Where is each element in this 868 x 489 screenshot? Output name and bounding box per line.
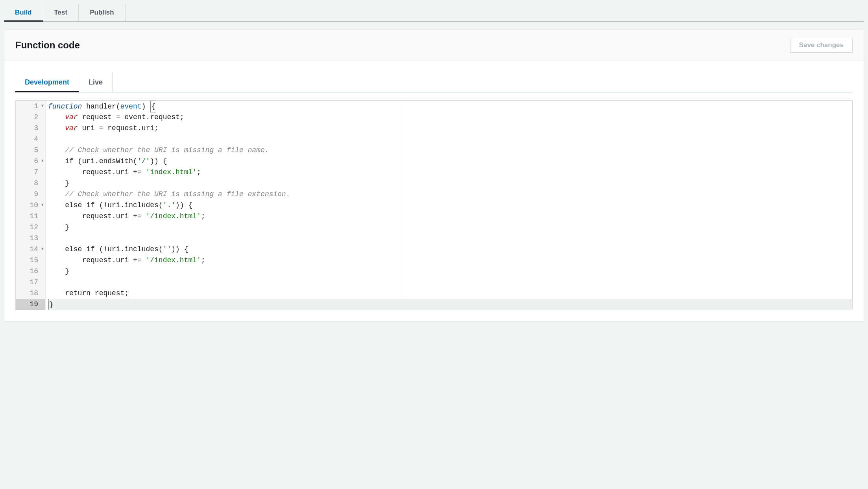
code-line-18[interactable]: return request; <box>48 288 852 299</box>
code-line-13[interactable] <box>48 233 852 244</box>
code-line-17[interactable] <box>48 277 852 288</box>
gutter-line-16: 16 <box>16 266 45 277</box>
code-line-1[interactable]: function handler(event) { <box>48 101 852 112</box>
editor-code-area[interactable]: function handler(event) { var request = … <box>46 101 852 310</box>
gutter-line-14: 14▼ <box>16 244 45 255</box>
gutter-line-10: 10▼ <box>16 200 45 211</box>
tab-build[interactable]: Build <box>4 4 43 21</box>
panel-header: Function code Save changes <box>4 30 864 61</box>
code-line-9[interactable]: // Check whether the URI is missing a fi… <box>48 189 852 200</box>
code-line-3[interactable]: var uri = request.uri; <box>48 123 852 134</box>
code-line-10[interactable]: else if (!uri.includes('.')) { <box>48 200 852 211</box>
gutter-line-12: 12 <box>16 222 45 233</box>
code-line-11[interactable]: request.uri += '/index.html'; <box>48 211 852 222</box>
code-line-12[interactable]: } <box>48 222 852 233</box>
fold-icon[interactable]: ▼ <box>41 104 44 108</box>
gutter-line-18: 18 <box>16 288 45 299</box>
code-line-2[interactable]: var request = event.request; <box>48 112 852 123</box>
tab-live[interactable]: Live <box>79 73 113 92</box>
save-changes-button[interactable]: Save changes <box>790 38 853 53</box>
tab-development[interactable]: Development <box>15 73 79 92</box>
tab-test[interactable]: Test <box>43 4 79 21</box>
page-root: Build Test Publish Function code Save ch… <box>0 0 868 325</box>
editor-wrap: 1▼23456▼78910▼11121314▼1516171819 functi… <box>4 92 864 321</box>
fold-icon[interactable]: ▼ <box>41 203 44 207</box>
gutter-line-8: 8 <box>16 178 45 189</box>
fold-icon[interactable]: ▼ <box>41 159 44 163</box>
gutter-line-5: 5 <box>16 145 45 156</box>
gutter-line-7: 7 <box>16 167 45 178</box>
sub-tab-bar: Development Live <box>15 73 853 92</box>
gutter-line-4: 4 <box>16 134 45 145</box>
code-line-4[interactable] <box>48 134 852 145</box>
code-editor[interactable]: 1▼23456▼78910▼11121314▼1516171819 functi… <box>15 100 853 310</box>
code-line-14[interactable]: else if (!uri.includes('')) { <box>48 244 852 255</box>
gutter-line-19: 19 <box>16 299 45 310</box>
gutter-line-1: 1▼ <box>16 101 45 112</box>
gutter-line-11: 11 <box>16 211 45 222</box>
function-code-panel: Function code Save changes Development L… <box>4 29 864 322</box>
gutter-line-6: 6▼ <box>16 156 45 167</box>
gutter-line-15: 15 <box>16 255 45 266</box>
fold-icon[interactable]: ▼ <box>41 247 44 251</box>
top-tab-bar: Build Test Publish <box>4 4 864 22</box>
gutter-line-9: 9 <box>16 189 45 200</box>
code-line-7[interactable]: request.uri += 'index.html'; <box>48 167 852 178</box>
code-line-19[interactable]: } <box>48 299 852 310</box>
sub-tab-wrap: Development Live <box>4 61 864 92</box>
panel-title: Function code <box>15 40 80 51</box>
tab-publish[interactable]: Publish <box>79 4 125 21</box>
gutter-line-17: 17 <box>16 277 45 288</box>
code-line-15[interactable]: request.uri += '/index.html'; <box>48 255 852 266</box>
gutter-line-3: 3 <box>16 123 45 134</box>
gutter-line-13: 13 <box>16 233 45 244</box>
code-line-6[interactable]: if (uri.endsWith('/')) { <box>48 156 852 167</box>
code-line-5[interactable]: // Check whether the URI is missing a fi… <box>48 145 852 156</box>
code-line-8[interactable]: } <box>48 178 852 189</box>
code-line-16[interactable]: } <box>48 266 852 277</box>
editor-gutter: 1▼23456▼78910▼11121314▼1516171819 <box>16 101 46 310</box>
gutter-line-2: 2 <box>16 112 45 123</box>
